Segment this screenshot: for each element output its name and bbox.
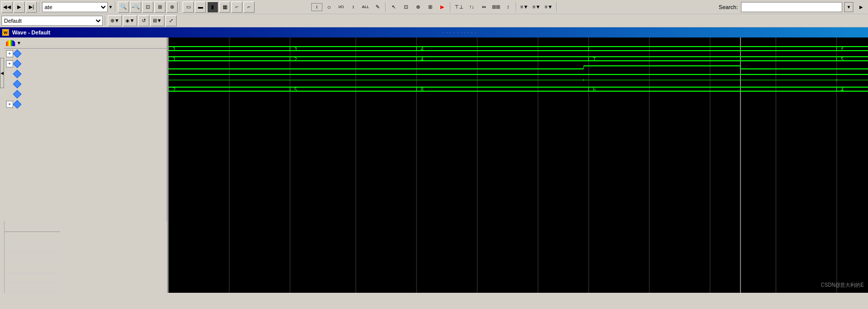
diamond-6	[13, 100, 22, 109]
add-signal-btn[interactable]: ⊕▼	[108, 15, 122, 26]
wave-title-text: Wave - Default	[12, 29, 50, 35]
signal-move-btn[interactable]: ↑↓	[466, 2, 477, 13]
row2-label3: 4	[421, 57, 424, 62]
zoom-region-btn[interactable]: ⊡	[400, 2, 411, 13]
format-btn1[interactable]: ≡▼	[519, 2, 530, 13]
wave-shape6[interactable]: ⌐	[243, 2, 255, 13]
signal-row-5[interactable]	[4, 89, 167, 99]
row1-label2: 3	[294, 47, 297, 52]
resize-dots: · · · · · · · · · ·	[443, 30, 477, 35]
spacer-4	[6, 81, 13, 88]
search-go-btn[interactable]: ▶	[855, 2, 866, 13]
signal-up-btn[interactable]: ⊤⊥	[453, 2, 465, 13]
value-row-2	[5, 242, 60, 252]
signal-add-btn[interactable]: ▼	[16, 41, 22, 46]
expand-btn-2[interactable]: +	[6, 60, 13, 67]
zoom-full-btn[interactable]: ⊡	[142, 2, 153, 13]
row6-label2: 5	[294, 87, 297, 93]
state-dropdown[interactable]: ate	[42, 2, 108, 12]
left-collapse-btn[interactable]: ◀	[0, 58, 4, 88]
value-row-3	[5, 252, 60, 262]
search-input[interactable]	[741, 2, 842, 12]
row6-label5: 4	[841, 87, 844, 93]
signal-value-col	[4, 221, 60, 293]
wave-shape2[interactable]: ▬	[195, 2, 206, 13]
signal-row-6[interactable]: +	[4, 99, 167, 109]
waveform-area[interactable]: 1 3 4	[169, 37, 868, 293]
row2-label4: 7	[593, 57, 596, 62]
step-btn[interactable]: ▶|	[26, 2, 37, 13]
sim-btn4[interactable]: I	[348, 3, 359, 11]
sep3	[180, 2, 181, 12]
window-btn[interactable]: ⊞▼	[150, 15, 164, 26]
toolbar-row1: ◀◀ ▶ ▶| ate ▼ 🔍 −🔍 ⊡ ⊞ ⊕	[0, 0, 868, 14]
sim-btn-all[interactable]: ALL	[360, 2, 371, 13]
spacer-3	[6, 70, 13, 78]
restart-btn[interactable]: ◀◀	[2, 2, 13, 13]
signal-collapse-btn[interactable]: ↕	[503, 2, 514, 13]
toolbar-left: ◀◀ ▶ ▶| ate ▼ 🔍 −🔍 ⊡ ⊞ ⊕	[2, 2, 295, 13]
sep8	[105, 16, 106, 26]
sim-btn-pen[interactable]: ✎	[372, 2, 383, 13]
zoom-sel-btn[interactable]: ⊕	[167, 2, 178, 13]
signal-row-3[interactable]	[4, 69, 167, 79]
row1-label1: 1	[173, 47, 176, 52]
rainbow-icon[interactable]	[6, 40, 15, 46]
grid-btn[interactable]: ⊞	[425, 2, 436, 13]
row6-label1: 2	[173, 87, 176, 93]
search-dropdown-btn[interactable]: ▼	[844, 2, 853, 12]
sim-btn2[interactable]: ○	[323, 3, 335, 11]
diamond-5	[13, 90, 22, 99]
wave-window: W Wave - Default · · · · · · · · · · ◀	[0, 27, 868, 293]
title-resize-handle[interactable]: · · · · · · · · · ·	[53, 30, 866, 35]
wave-shape4[interactable]: ▦	[219, 2, 230, 13]
search-label: Search:	[719, 4, 738, 10]
signal-row-2[interactable]: +	[4, 59, 167, 69]
app-container: ◀◀ ▶ ▶| ate ▼ 🔍 −🔍 ⊡ ⊞ ⊕	[0, 0, 868, 309]
row1-label3: 4	[421, 47, 424, 52]
signal-align-btn[interactable]: ⇔	[478, 2, 489, 13]
sep1	[39, 2, 40, 12]
sep2	[115, 2, 116, 12]
format-btn2[interactable]: ≡▼	[531, 2, 542, 13]
signal-name-col: ▼ + +	[4, 37, 167, 221]
default-dropdown-container[interactable]: Default	[2, 16, 103, 26]
sim-btn1[interactable]: I	[311, 3, 322, 11]
expand-btn-1[interactable]: +	[6, 50, 13, 57]
zoom-out-btn[interactable]: −🔍	[130, 2, 141, 13]
run-btn[interactable]: ▶	[14, 2, 25, 13]
wave-shape1[interactable]: ▭	[183, 2, 194, 13]
sim-btn3[interactable]: I/O	[336, 2, 347, 13]
watermark: CSDN@意大利的E	[821, 282, 864, 289]
play-btn[interactable]: ▶	[437, 2, 448, 13]
value-row-6	[5, 283, 60, 293]
format-btn3[interactable]: ≡▼	[543, 2, 554, 13]
signal-panel-header: ▼	[4, 37, 167, 49]
signal-list: + +	[4, 49, 167, 109]
value-row-1	[5, 232, 60, 242]
expand-btn-6[interactable]: +	[6, 101, 13, 108]
dock-btn[interactable]: ⤢	[166, 15, 177, 26]
signal-row-4[interactable]	[4, 79, 167, 89]
signal-row-1[interactable]: +	[4, 49, 167, 59]
wave-title-icon: W	[2, 29, 9, 36]
wave-shape5[interactable]: ⌐	[231, 2, 242, 13]
signal-expand-btn[interactable]: ⊞⊞	[490, 2, 502, 13]
measure-btn[interactable]: ⊕	[412, 2, 424, 13]
waveform-svg: 1 3 4	[169, 37, 868, 293]
default-dropdown[interactable]: Default	[2, 16, 103, 26]
wave-shape3[interactable]: ▮	[207, 2, 218, 13]
sep7	[556, 2, 557, 12]
value-header	[5, 221, 60, 232]
undo-btn[interactable]: ↺	[138, 15, 149, 26]
edit-signal-btn[interactable]: ◈▼	[123, 15, 137, 26]
state-dropdown-container[interactable]: ate ▼	[42, 2, 113, 12]
zoom-fit-btn[interactable]: ⊞	[154, 2, 166, 13]
diamond-3	[13, 70, 22, 79]
diamond-1	[13, 50, 22, 58]
dropdown-arrow: ▼	[108, 5, 113, 10]
cursor-btn[interactable]: ↖	[388, 2, 399, 13]
top-toolbars: ◀◀ ▶ ▶| ate ▼ 🔍 −🔍 ⊡ ⊞ ⊕	[0, 0, 868, 27]
zoom-in-btn[interactable]: 🔍	[118, 2, 129, 13]
row2-label5: 5	[841, 57, 844, 62]
